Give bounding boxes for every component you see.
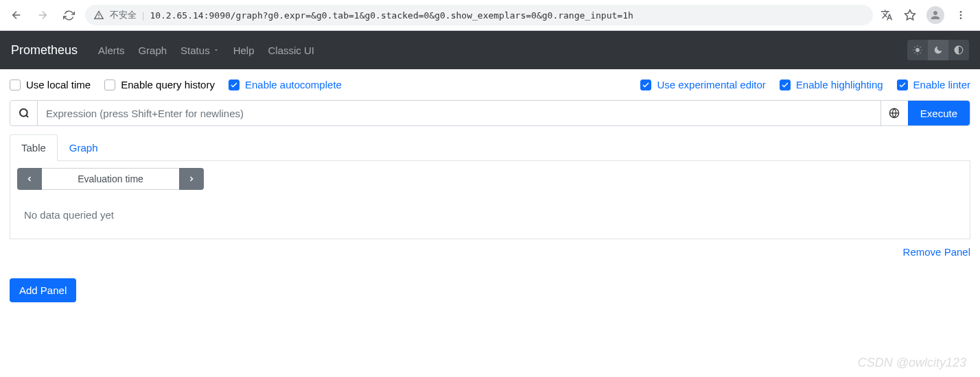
star-icon[interactable] <box>903 8 917 22</box>
panel-body: Evaluation time No data queried yet <box>10 161 970 239</box>
svg-marker-0 <box>905 10 915 20</box>
eval-next-button[interactable] <box>179 168 204 190</box>
option-autocomplete[interactable]: Enable autocomplete <box>229 79 342 90</box>
browser-toolbar: 不安全 | 10.2.65.14:9090/graph?g0.expr=&g0.… <box>0 0 980 31</box>
no-data-message: No data queried yet <box>17 204 963 232</box>
option-experimental[interactable]: Use experimental editor <box>640 79 765 90</box>
theme-toggle <box>907 40 969 60</box>
insecure-label: 不安全 <box>110 9 137 21</box>
execute-button[interactable]: Execute <box>908 101 970 125</box>
back-button[interactable] <box>7 5 26 25</box>
remove-panel-link[interactable]: Remove Panel <box>10 246 970 258</box>
search-icon[interactable] <box>10 101 38 125</box>
globe-icon[interactable] <box>880 101 908 125</box>
forward-button[interactable] <box>33 5 52 25</box>
nav-alerts[interactable]: Alerts <box>91 45 131 56</box>
theme-auto[interactable] <box>948 40 969 60</box>
svg-point-1 <box>960 11 962 13</box>
theme-light[interactable] <box>907 40 928 60</box>
chevron-down-icon <box>213 47 220 53</box>
navbar: Prometheus Alerts Graph Status Help Clas… <box>0 31 980 69</box>
checkbox <box>10 80 21 90</box>
theme-dark[interactable] <box>928 40 948 60</box>
option-query-history[interactable]: Enable query history <box>104 79 215 90</box>
menu-icon[interactable] <box>954 8 968 22</box>
checkbox <box>780 80 791 90</box>
checkbox <box>640 80 651 90</box>
nav-help[interactable]: Help <box>226 45 261 56</box>
options-row: Use local time Enable query history Enab… <box>10 79 970 90</box>
option-highlighting[interactable]: Enable highlighting <box>780 79 883 90</box>
svg-point-4 <box>915 48 920 52</box>
tab-table[interactable]: Table <box>10 134 58 161</box>
nav-graph[interactable]: Graph <box>131 45 174 56</box>
eval-time-row: Evaluation time <box>17 168 963 190</box>
svg-line-7 <box>26 115 28 117</box>
reload-button[interactable] <box>59 5 78 25</box>
checkbox <box>897 80 908 90</box>
svg-point-3 <box>960 17 962 19</box>
translate-icon[interactable] <box>880 8 894 22</box>
url-bar[interactable]: 不安全 | 10.2.65.14:9090/graph?g0.expr=&g0.… <box>85 5 873 25</box>
watermark: CSDN @owlcity123 <box>858 356 966 370</box>
nav-status[interactable]: Status <box>174 45 226 56</box>
content: Use local time Enable query history Enab… <box>0 69 980 312</box>
tab-graph[interactable]: Graph <box>58 134 110 161</box>
eval-prev-button[interactable] <box>17 168 42 190</box>
profile-avatar[interactable] <box>926 6 944 24</box>
warning-icon <box>93 10 104 21</box>
tabs: Table Graph <box>10 134 970 161</box>
eval-time-label[interactable]: Evaluation time <box>42 168 179 190</box>
svg-point-6 <box>20 109 27 117</box>
url-text: 10.2.65.14:9090/graph?g0.expr=&g0.tab=1&… <box>150 10 633 21</box>
option-local-time[interactable]: Use local time <box>10 79 91 90</box>
svg-point-2 <box>960 14 962 16</box>
checkbox <box>104 80 115 90</box>
add-panel-button[interactable]: Add Panel <box>10 278 76 302</box>
checkbox <box>229 80 240 90</box>
expression-input[interactable] <box>38 101 880 125</box>
nav-classic[interactable]: Classic UI <box>261 45 322 56</box>
brand[interactable]: Prometheus <box>11 43 78 58</box>
option-linter[interactable]: Enable linter <box>897 79 970 90</box>
expression-bar: Execute <box>10 100 970 126</box>
